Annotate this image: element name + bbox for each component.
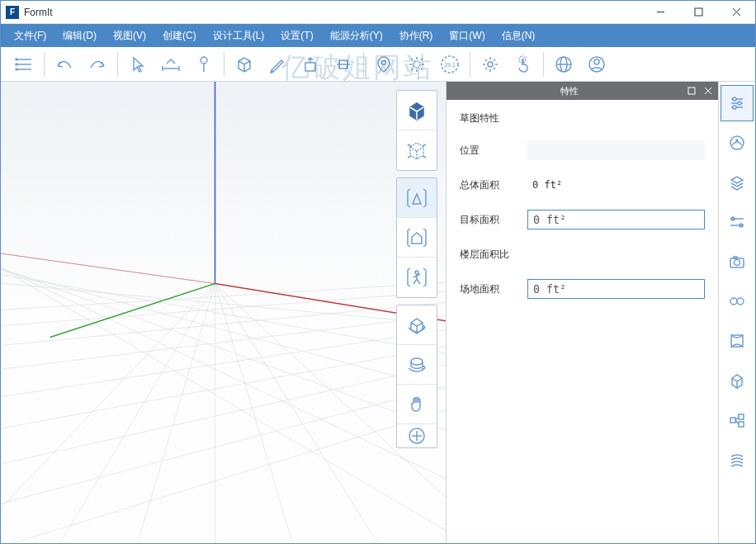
value-floor-ratio	[527, 244, 705, 264]
grid-canvas	[1, 82, 446, 543]
y-axis	[50, 284, 215, 338]
view-3d-solid-icon[interactable]	[397, 91, 437, 130]
cube-tool-icon[interactable]	[228, 49, 261, 80]
tab-levels-icon[interactable]	[721, 204, 754, 240]
select-tool-icon[interactable]	[121, 49, 154, 80]
viewport-3d[interactable]	[1, 82, 447, 543]
tab-section-icon[interactable]	[721, 362, 754, 399]
svg-line-53	[133, 284, 215, 543]
svg-line-46	[1, 267, 446, 362]
menu-window[interactable]: 窗口(W)	[441, 24, 493, 47]
svg-line-23	[411, 59, 413, 60]
svg-rect-15	[305, 63, 315, 71]
view-tools	[396, 90, 437, 448]
touch-icon[interactable]	[507, 49, 540, 80]
side-tabs	[719, 82, 755, 543]
panel-header[interactable]: 特性	[447, 82, 718, 100]
input-target-area[interactable]	[527, 210, 705, 229]
user-icon[interactable]	[580, 49, 613, 80]
menu-settings[interactable]: 设置(T)	[272, 24, 321, 47]
menu-edit[interactable]: 编辑(D)	[54, 24, 105, 47]
svg-rect-1	[695, 8, 702, 16]
location-icon[interactable]	[367, 49, 400, 80]
menu-info[interactable]: 信息(N)	[494, 24, 544, 47]
orbit-icon[interactable]	[397, 305, 437, 345]
extrude-tool-icon[interactable]	[294, 49, 327, 80]
menu-design-tools[interactable]: 设计工具(L)	[205, 24, 273, 47]
input-site-area[interactable]	[527, 279, 705, 299]
svg-point-83	[735, 260, 740, 266]
tab-groups-icon[interactable]	[721, 402, 754, 438]
close-button[interactable]	[717, 1, 755, 24]
tab-layers-icon[interactable]	[721, 164, 754, 201]
minimize-button[interactable]	[641, 1, 679, 24]
tab-scenes-icon[interactable]	[721, 323, 754, 359]
cut-tool-icon[interactable]	[327, 49, 360, 80]
svg-point-62	[415, 271, 418, 274]
menu-view[interactable]: 视图(V)	[105, 24, 154, 47]
svg-point-73	[733, 97, 736, 101]
svg-point-18	[413, 61, 420, 68]
view-home-icon[interactable]	[397, 218, 437, 258]
menu-energy[interactable]: 能源分析(Y)	[322, 24, 391, 47]
svg-line-37	[1, 288, 446, 329]
measure-tool-icon[interactable]	[154, 49, 187, 80]
maximize-button[interactable]	[679, 1, 717, 24]
separator	[117, 52, 118, 77]
value-location[interactable]	[527, 140, 705, 160]
tab-properties-icon[interactable]	[721, 85, 754, 121]
view-top-icon[interactable]	[397, 178, 437, 218]
svg-line-51	[1, 284, 215, 543]
swivel-icon[interactable]	[397, 345, 437, 385]
menubar: 文件(F) 编辑(D) 视图(V) 创建(C) 设计工具(L) 设置(T) 能源…	[1, 24, 755, 47]
redo-button[interactable]	[81, 49, 114, 80]
value-total-area: 0 ft²	[527, 175, 705, 195]
view-walk-icon[interactable]	[397, 258, 437, 297]
undo-button[interactable]	[48, 49, 81, 80]
separator	[363, 52, 364, 77]
panel-title: 特性	[451, 85, 687, 97]
svg-line-61	[423, 156, 426, 158]
svg-line-50	[1, 244, 446, 543]
app-logo-icon: F	[6, 6, 19, 19]
svg-line-48	[1, 253, 446, 449]
share-icon[interactable]	[547, 49, 580, 80]
pin-tool-icon[interactable]	[187, 49, 220, 80]
panel-popout-icon[interactable]	[687, 86, 697, 96]
panel-section-title: 草图特性	[460, 111, 705, 125]
label-floor-ratio: 楼层面积比	[460, 248, 519, 262]
label-total-area: 总体面积	[460, 178, 519, 192]
svg-point-17	[382, 60, 386, 64]
version-badge-icon[interactable]: 19.1	[433, 49, 466, 80]
svg-line-44	[1, 395, 446, 543]
svg-rect-90	[739, 414, 744, 419]
pan-icon[interactable]	[397, 385, 437, 424]
menu-create[interactable]: 创建(C)	[154, 24, 205, 47]
tab-content-icon[interactable]	[721, 442, 754, 478]
svg-line-26	[421, 59, 423, 60]
svg-line-45	[1, 280, 446, 329]
svg-line-59	[423, 144, 426, 146]
menu-collab[interactable]: 协作(R)	[391, 24, 442, 47]
tab-materials-icon[interactable]	[721, 125, 754, 161]
sun-icon[interactable]	[400, 49, 433, 80]
tab-camera-icon[interactable]	[721, 244, 754, 280]
separator	[543, 52, 544, 77]
tab-visual-icon[interactable]	[721, 283, 754, 319]
svg-text:19.1: 19.1	[444, 62, 456, 68]
view-wireframe-icon[interactable]	[397, 130, 437, 170]
list-view-icon[interactable]	[7, 49, 40, 80]
label-target-area: 目标面积	[460, 213, 519, 227]
svg-point-35	[594, 59, 599, 64]
titlebar: F FormIt	[1, 1, 755, 24]
svg-point-74	[738, 102, 741, 105]
menu-file[interactable]: 文件(F)	[6, 24, 54, 47]
separator	[224, 52, 224, 77]
panel-close-icon[interactable]	[703, 86, 713, 96]
separator	[44, 52, 45, 77]
gear-icon[interactable]	[474, 49, 507, 80]
window-title: FormIt	[24, 7, 641, 18]
svg-rect-84	[734, 257, 737, 258]
draw-tool-icon[interactable]	[261, 49, 294, 80]
zoom-icon[interactable]	[397, 424, 437, 447]
